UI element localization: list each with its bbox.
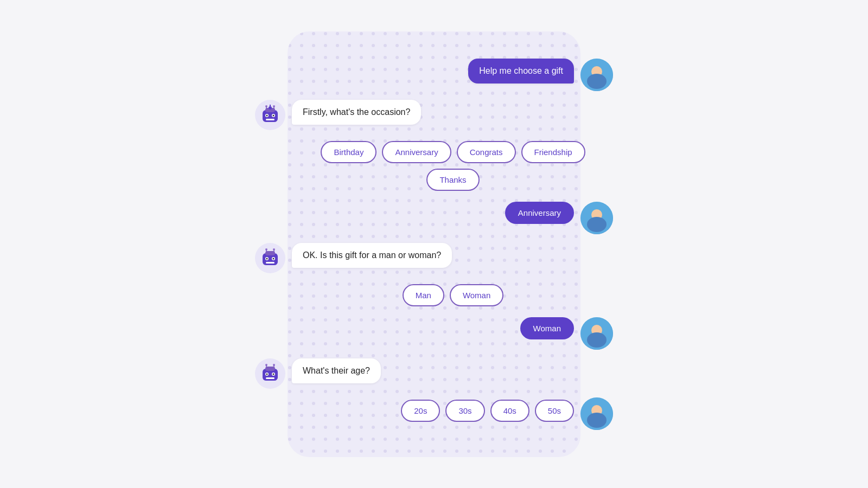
svg-point-5	[587, 74, 607, 89]
option-woman[interactable]: Woman	[450, 284, 503, 306]
bot-message-text-1: Firstly, what's the occasion?	[303, 107, 410, 117]
svg-point-16	[266, 114, 268, 116]
svg-rect-48	[266, 377, 275, 379]
chat-container: Help me choose a gift	[244, 31, 624, 457]
bot-message-row-1: Firstly, what's the occasion?	[255, 100, 613, 130]
user-message-text-1: Help me choose a gift	[479, 66, 563, 75]
bot-avatar-2	[255, 243, 285, 273]
svg-rect-33	[266, 262, 275, 264]
gender-options-area: Man Woman	[255, 282, 613, 309]
user-message-row-1: Help me choose a gift	[255, 59, 613, 91]
occasion-options-row: Birthday Anniversary Congrats Friendship…	[293, 139, 613, 193]
bot-message-text-3: What's their age?	[303, 366, 370, 375]
svg-point-46	[266, 373, 268, 375]
option-20s[interactable]: 20s	[401, 400, 440, 422]
user-message-row-3: Woman	[255, 317, 613, 350]
user-avatar-2	[580, 202, 613, 234]
option-50s[interactable]: 50s	[535, 400, 574, 422]
option-man[interactable]: Man	[403, 284, 444, 306]
chat-messages: Help me choose a gift	[255, 48, 613, 441]
option-birthday[interactable]: Birthday	[321, 141, 376, 163]
user-message-row-2: Anniversary	[255, 202, 613, 234]
option-friendship[interactable]: Friendship	[521, 141, 585, 163]
age-options-row-with-avatar: 20s 30s 40s 50s	[255, 397, 613, 430]
svg-rect-18	[266, 119, 275, 120]
svg-point-17	[273, 114, 275, 116]
user-avatar-4	[580, 397, 613, 430]
user-avatar-1	[580, 59, 613, 91]
svg-point-32	[273, 258, 275, 259]
bot-avatar-1	[255, 100, 285, 130]
option-congrats[interactable]: Congrats	[457, 141, 516, 163]
bot-message-bubble-3: What's their age?	[292, 358, 381, 383]
bot-message-text-2: OK. Is this gift for a man or woman?	[303, 251, 441, 260]
user-selected-anniversary[interactable]: Anniversary	[505, 202, 574, 224]
user-message-bubble-1: Help me choose a gift	[468, 59, 574, 84]
option-30s[interactable]: 30s	[445, 400, 484, 422]
bot-message-row-3: What's their age?	[255, 358, 613, 389]
svg-point-31	[266, 258, 268, 259]
svg-point-22	[587, 217, 607, 232]
svg-point-47	[273, 373, 275, 375]
gender-options-row: Man Woman	[403, 282, 504, 309]
user-selected-woman[interactable]: Woman	[520, 317, 574, 339]
bot-message-row-2: OK. Is this gift for a man or woman?	[255, 243, 613, 273]
option-thanks[interactable]: Thanks	[426, 169, 479, 191]
bot-avatar-3	[255, 358, 285, 389]
svg-point-8	[269, 106, 272, 110]
option-40s[interactable]: 40s	[490, 400, 529, 422]
bot-message-bubble-1: Firstly, what's the occasion?	[292, 100, 421, 125]
user-avatar-3	[580, 317, 613, 350]
svg-point-37	[587, 332, 607, 348]
bot-message-bubble-2: OK. Is this gift for a man or woman?	[292, 243, 452, 268]
occasion-options-area: Birthday Anniversary Congrats Friendship…	[255, 139, 613, 193]
option-anniversary-choice[interactable]: Anniversary	[382, 141, 451, 163]
age-options-row: 20s 30s 40s 50s	[401, 397, 574, 424]
svg-point-52	[587, 413, 607, 428]
